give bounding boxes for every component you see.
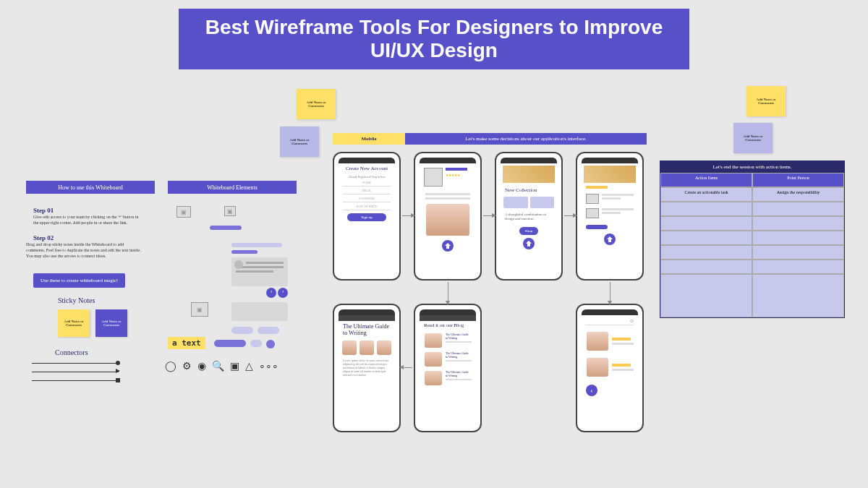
pill-element[interactable]	[250, 340, 262, 347]
phone-title: Create New Account	[339, 163, 395, 175]
signup-button[interactable]: Sign up	[347, 213, 386, 221]
arrow	[610, 282, 610, 302]
arrow	[402, 215, 412, 216]
table-cell[interactable]	[660, 231, 752, 245]
col-header: Action Items	[660, 173, 752, 187]
table-cell[interactable]	[660, 202, 752, 216]
card-element[interactable]	[231, 257, 288, 286]
phone-title: The Ultimate Guide to Writing	[339, 321, 395, 340]
home-icon[interactable]	[604, 234, 616, 245]
bar-element[interactable]	[231, 327, 253, 334]
phone-subtitle: Already Registered? Log in here	[339, 175, 395, 179]
arrow	[448, 282, 448, 302]
user-icon[interactable]: ◯	[165, 360, 176, 372]
sticky-note[interactable]: Add Notes or Comments	[280, 127, 319, 157]
shop-button[interactable]: Shop	[519, 227, 538, 235]
pin-icon[interactable]: ◉	[197, 360, 206, 372]
sticky-note[interactable]: Add Notes or Comments	[746, 86, 786, 116]
action-table: Let's end the session with action items.…	[660, 160, 845, 318]
pager-element[interactable]: ‹ ›	[266, 288, 288, 298]
arrow	[402, 367, 412, 368]
phone-title: New Collection	[501, 185, 557, 197]
table-cell[interactable]	[660, 274, 752, 317]
connectors-title: Connectors	[55, 348, 88, 356]
image-icon[interactable]: ▣	[191, 302, 208, 317]
bar-element[interactable]	[231, 243, 282, 247]
sticky-note[interactable]: Add Notes or Comments	[733, 123, 773, 153]
step1-text: Give edit access to your team by clickin…	[33, 215, 142, 226]
use-button[interactable]: Use these to create whiteboard magic!	[33, 273, 125, 288]
sticky-title: Sticky Notes	[58, 296, 95, 304]
table-cell[interactable]	[752, 245, 844, 260]
table-cell[interactable]: Assign the responsibility	[752, 187, 844, 202]
image-icon[interactable]: ▣	[176, 206, 191, 218]
field[interactable]: PASSWORD	[343, 197, 391, 202]
arrow	[483, 215, 493, 216]
bar-element[interactable]	[258, 327, 279, 334]
table-cell[interactable]	[752, 274, 844, 317]
dot-element[interactable]	[266, 340, 275, 348]
phone-gallery: ⊙ ‹	[576, 304, 644, 432]
gear-icon[interactable]: ⚙	[182, 360, 192, 372]
text-element[interactable]: a text	[168, 337, 205, 349]
phone-article: The Ultimate Guide to Writing Lorem ipsu…	[333, 304, 401, 432]
sticky-sample[interactable]: Add Notes or Comments	[95, 309, 127, 337]
phone-signup: Create New Account Already Registered? L…	[333, 152, 401, 281]
step1-title: Step 01	[33, 207, 54, 214]
home-icon[interactable]	[442, 240, 454, 252]
image-icon[interactable]: ▣	[224, 206, 236, 216]
howto-header: How to use this Whiteboard	[26, 181, 155, 194]
table-cell[interactable]	[752, 260, 844, 274]
phone-title: Read it on our Blog	[420, 321, 476, 331]
table-cell[interactable]	[752, 216, 844, 231]
title-banner: Best Wireframe Tools For Designers to Im…	[179, 9, 689, 69]
connector-line[interactable]	[32, 372, 119, 372]
elements-header: Whiteboard Elements	[168, 181, 297, 194]
sticky-sample[interactable]: Add Notes or Comments	[58, 309, 90, 337]
table-cell[interactable]	[752, 202, 844, 216]
col-header: Point Person	[752, 173, 844, 187]
step2-text: Drag and drop sticky notes inside the Wh…	[26, 242, 142, 259]
connector-square	[116, 378, 120, 382]
more-icon[interactable]: ∘∘∘	[259, 360, 278, 372]
phone-blog: Read it on our Blog The Ultimate Guide t…	[414, 304, 482, 432]
card-element[interactable]	[231, 302, 288, 321]
search-icon[interactable]: 🔍	[212, 360, 224, 372]
bar-element[interactable]	[210, 226, 242, 230]
table-cell[interactable]	[660, 260, 752, 274]
field[interactable]: DATE OF BIRTH	[343, 205, 391, 210]
table-cell[interactable]	[660, 245, 752, 260]
phone-collection: New Collection A thoughtful combination …	[495, 152, 563, 281]
connector-dot	[116, 361, 120, 365]
table-cell[interactable]	[660, 216, 752, 231]
arrow	[564, 215, 574, 216]
image-icon[interactable]: ▣	[230, 360, 239, 372]
home-icon[interactable]	[523, 238, 535, 249]
tab-mobile[interactable]: Mobile	[333, 133, 405, 145]
sticky-note[interactable]: Add Notes or Comments	[297, 89, 336, 119]
phone-profile: ★★★★★	[414, 152, 482, 281]
tab-decision: Let's make some decisions about our appl…	[405, 133, 647, 145]
phone-text: A thoughtful combination of design and f…	[501, 208, 557, 226]
connector-line[interactable]	[32, 380, 119, 381]
step2-title: Step 02	[33, 234, 54, 241]
phone-feed	[576, 152, 644, 281]
connector-line[interactable]	[32, 363, 119, 364]
pill-element[interactable]	[214, 340, 246, 347]
back-icon[interactable]: ‹	[586, 385, 597, 396]
connector-arrow	[116, 369, 120, 373]
table-cell[interactable]: Create an actionable task	[660, 187, 752, 202]
icon-row: ◯ ⚙ ◉ 🔍 ▣ △ ∘∘∘	[165, 360, 278, 372]
bar-element[interactable]	[231, 250, 258, 254]
field[interactable]: EMAIL	[343, 189, 391, 194]
field[interactable]: NAME	[343, 181, 391, 187]
table-title: Let's end the session with action items.	[660, 161, 844, 173]
table-cell[interactable]	[752, 231, 844, 245]
bell-icon[interactable]: △	[245, 360, 253, 372]
